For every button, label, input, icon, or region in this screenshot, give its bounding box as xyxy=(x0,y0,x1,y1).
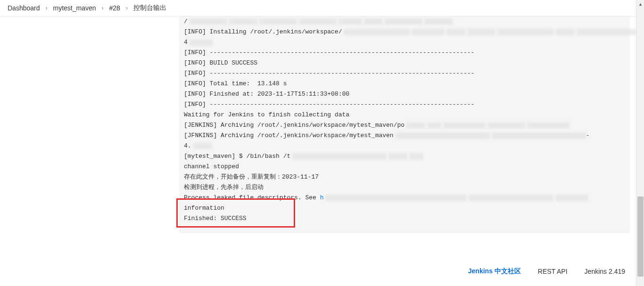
console-line: / xyxy=(184,16,625,27)
redacted-segment xyxy=(193,143,212,149)
console-line: 存在此文件，开始备份，重新复制：2023-11-17 xyxy=(184,172,625,182)
console-line: [mytest_maven] $ /bin/bash /t xyxy=(184,151,625,162)
console-line: Waiting for Jenkins to finish collecting… xyxy=(184,110,625,120)
footer-link-restapi[interactable]: REST API xyxy=(538,268,568,275)
redacted-segment xyxy=(259,18,297,25)
redacted-segment xyxy=(406,122,425,129)
redacted-segment xyxy=(497,29,554,35)
redacted-segment xyxy=(467,29,495,35)
redacted-segment xyxy=(229,18,257,25)
redacted-segment xyxy=(527,122,570,129)
redacted-segment xyxy=(469,195,553,201)
chevron-right-icon: › xyxy=(126,5,128,11)
console-line: 检测到进程，先杀掉，后启动 xyxy=(184,182,625,193)
footer: Jenkins 中文社区 REST API Jenkins 2.419 xyxy=(468,267,625,276)
redacted-segment xyxy=(339,18,362,25)
redacted-segment xyxy=(412,29,445,35)
console-line: [INFO] ---------------------------------… xyxy=(184,68,625,79)
console-line: [JENKINS] Archiving /root/.jenkins/works… xyxy=(184,120,625,131)
redacted-segment xyxy=(364,18,383,25)
console-line: Finished: SUCCESS xyxy=(184,213,625,224)
breadcrumb: Dashboard › mytest_maven › #28 › 控制台输出 xyxy=(0,0,644,16)
redacted-segment xyxy=(424,18,453,25)
console-line: channel stopped xyxy=(184,162,625,172)
breadcrumb-build[interactable]: #28 xyxy=(109,4,120,12)
scrollbar-thumb[interactable] xyxy=(637,196,644,277)
scrollbar-vertical[interactable]: ▲ xyxy=(636,0,644,286)
breadcrumb-project[interactable]: mytest_maven xyxy=(53,4,96,12)
redacted-segment xyxy=(577,29,644,35)
scrollbar-up-icon[interactable]: ▲ xyxy=(636,0,644,8)
console-line: 4 xyxy=(184,37,625,48)
console-line: information xyxy=(184,203,625,213)
redacted-segment xyxy=(409,153,423,160)
console-output: /[INFO] Installing /root/.jenkins/worksp… xyxy=(179,16,630,233)
redacted-segment xyxy=(396,132,490,139)
redacted-segment xyxy=(385,18,422,25)
redacted-segment xyxy=(446,29,465,35)
redacted-segment xyxy=(556,29,575,35)
redacted-segment xyxy=(344,29,410,35)
console-line: [INFO] BUILD SUCCESS xyxy=(184,58,625,68)
footer-link-community[interactable]: Jenkins 中文社区 xyxy=(468,267,521,276)
redacted-segment xyxy=(388,153,407,160)
console-line: [INFO] ---------------------------------… xyxy=(184,48,625,58)
console-line: Process leaked file descriptors. See h xyxy=(184,193,625,203)
redacted-segment xyxy=(190,18,227,25)
console-line: 4. xyxy=(184,141,625,151)
redacted-segment xyxy=(487,122,525,129)
redacted-segment xyxy=(427,122,441,129)
console-line: [INFO] ---------------------------------… xyxy=(184,99,625,110)
breadcrumb-page: 控制台输出 xyxy=(133,4,166,12)
console-line: [JFNKINS] Archiving /root/.jenkins/works… xyxy=(184,131,625,141)
redacted-segment xyxy=(190,39,213,46)
chevron-right-icon: › xyxy=(102,5,104,11)
redacted-segment xyxy=(299,18,337,25)
console-line: [INFO] Finished at: 2023-11-17T15:11:33+… xyxy=(184,89,625,99)
redacted-segment xyxy=(292,153,387,160)
console-line: [INFO] Total time: 13.148 s xyxy=(184,79,625,89)
chevron-right-icon: › xyxy=(46,5,48,11)
redacted-segment xyxy=(325,195,467,201)
redacted-segment xyxy=(492,132,586,139)
footer-version: Jenkins 2.419 xyxy=(585,268,625,275)
redacted-segment xyxy=(555,195,588,201)
redacted-segment xyxy=(443,122,486,129)
breadcrumb-dashboard[interactable]: Dashboard xyxy=(8,4,40,12)
console-line: [INFO] Installing /root/.jenkins/workspa… xyxy=(184,27,625,37)
link-fragment[interactable]: h xyxy=(320,194,324,201)
